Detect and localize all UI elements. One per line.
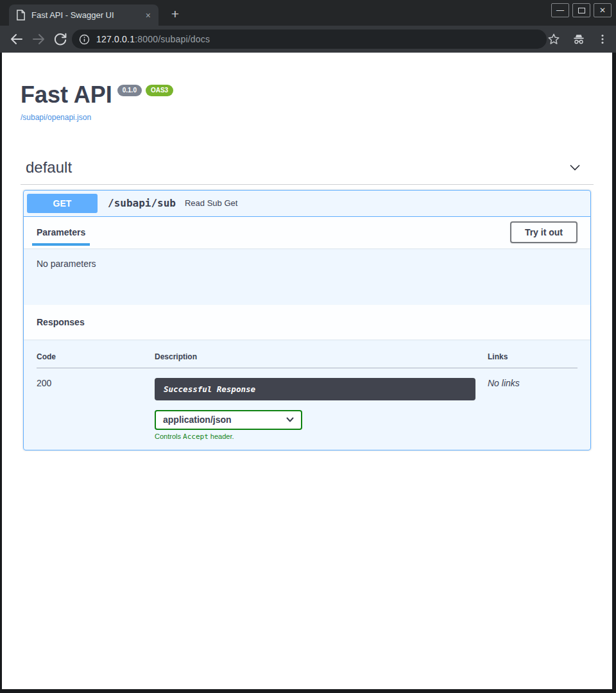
operation-summary[interactable]: GET /subapi/sub Read Sub Get [24,191,590,217]
media-type-select[interactable]: application/json [155,410,302,430]
media-type-value: application/json [163,415,232,425]
tab-strip: Fast API - Swagger UI × + — ✕ [0,0,616,26]
no-parameters-text: No parameters [37,259,96,269]
tab-title: Fast API - Swagger UI [31,10,143,20]
openapi-spec-link[interactable]: /subapi/openapi.json [21,113,91,122]
response-code: 200 [37,368,155,441]
accept-note-code: Accept [183,432,209,441]
col-header-links: Links [488,352,578,368]
maximize-button[interactable] [572,3,590,17]
oas3-badge: OAS3 [146,85,173,96]
response-links: No links [488,368,578,441]
tab-close-icon[interactable]: × [143,10,153,21]
http-method-badge: GET [27,194,98,213]
tag-header[interactable]: default [21,158,594,185]
table-row: 200 Successful Response application/json [37,368,578,441]
operation-summary-text: Read Sub Get [185,198,237,208]
menu-kebab-icon[interactable] [595,32,610,46]
page-favicon-icon [16,10,26,21]
site-info-icon[interactable] [79,34,90,45]
chevron-down-icon[interactable] [568,160,582,175]
tag-section-default: default GET /subapi/sub Read Sub Get Par… [21,158,594,450]
browser-tab[interactable]: Fast API - Swagger UI × [9,4,158,26]
close-button[interactable]: ✕ [594,3,612,17]
page-title: Fast API [21,83,112,107]
window-controls: — ✕ [551,3,612,17]
parameters-body: No parameters [24,248,590,305]
parameters-header: Parameters Try it out [24,217,590,248]
col-header-description: Description [155,352,488,368]
new-tab-button[interactable]: + [166,6,184,23]
try-it-out-button[interactable]: Try it out [510,221,578,243]
minimize-button[interactable]: — [551,3,569,17]
accept-note-suffix: header. [209,432,234,440]
url-host: 127.0.0.1 [96,34,135,44]
back-icon[interactable] [9,31,24,47]
responses-title: Responses [37,317,85,327]
responses-body: Code Description Links 200 Successful Re… [24,339,590,450]
accept-header-note: Controls Accept header. [155,432,488,441]
url-path: :8000/subapi/docs [135,34,210,44]
reload-icon[interactable] [53,31,68,47]
parameters-tab-label: Parameters [37,227,85,237]
response-description: Successful Response [155,378,475,400]
select-chevron-icon [286,415,295,424]
api-info: Fast API 0.1.0 OAS3 /subapi/openapi.json [21,83,594,123]
url-text[interactable]: 127.0.0.1:8000/subapi/docs [96,34,210,44]
address-bar[interactable]: 127.0.0.1:8000/subapi/docs [72,30,547,49]
browser-window: Fast API - Swagger UI × + — ✕ [0,0,616,693]
response-description-cell: Successful Response application/json Con… [155,368,488,441]
swagger-page: Fast API 0.1.0 OAS3 /subapi/openapi.json… [2,53,612,689]
responses-table: Code Description Links 200 Successful Re… [37,352,578,441]
maximize-icon [578,8,585,13]
col-header-code: Code [37,352,155,368]
browser-toolbar: 127.0.0.1:8000/subapi/docs [0,26,616,53]
version-badge: 0.1.0 [117,85,142,96]
tag-title: default [26,158,72,176]
bookmark-star-icon[interactable] [547,32,561,46]
forward-icon[interactable] [31,31,46,47]
accept-note-prefix: Controls [155,432,183,440]
incognito-icon [572,32,586,46]
opblock-get-subapi-sub: GET /subapi/sub Read Sub Get Parameters … [23,190,591,450]
responses-header: Responses [24,305,590,339]
operation-path: /subapi/sub [108,197,176,209]
tab-parameters[interactable]: Parameters [32,227,90,237]
